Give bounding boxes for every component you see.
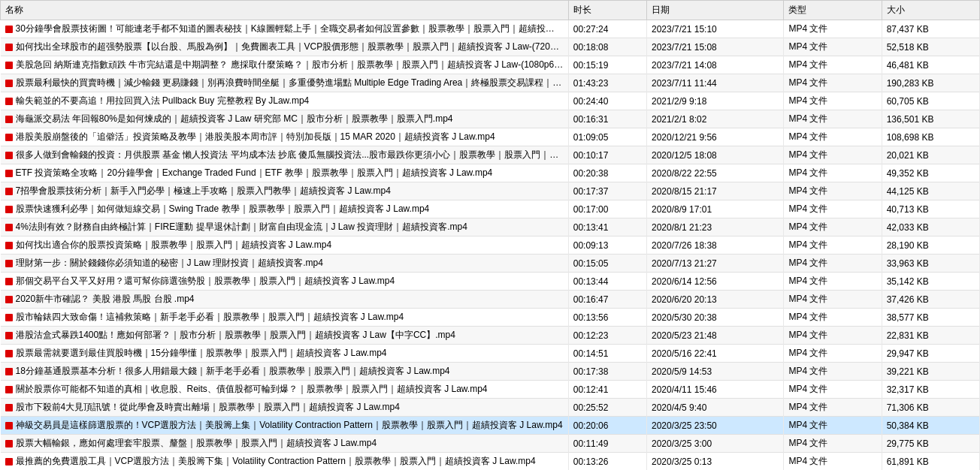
cell-type: MP4 文件	[784, 182, 882, 200]
cell-duration: 00:13:44	[568, 273, 646, 291]
cell-size: 37,426 KB	[882, 291, 979, 309]
stop-icon	[5, 278, 13, 285]
stop-icon	[5, 134, 13, 141]
table-row[interactable]: 港股沽盒式暴跌1400點！應如何部署？｜股市分析｜股票教學｜股票入門｜超績投資客…	[1, 327, 980, 345]
cell-size: 46,481 KB	[882, 56, 979, 74]
table-row[interactable]: 關於股票你可能都不知道的真相｜收息股、Reits、債值股都可輪到爆？｜股票教學｜…	[1, 381, 980, 399]
cell-type: MP4 文件	[784, 38, 882, 56]
cell-duration: 00:10:17	[568, 146, 646, 164]
table-row[interactable]: 股市輪錶四大致命傷！這補救策略｜新手老手必看｜股票教學｜股票入門｜超績投資客 J…	[1, 309, 980, 327]
table-row[interactable]: 海龜派交易法 年回報80%是如何煉成的｜超績投資客 J Law 研究部 MC｜股…	[1, 110, 980, 128]
stop-icon	[5, 440, 13, 447]
table-row[interactable]: 港股美股崩盤後的「追僻活」投資策略及教學｜港股美股本周市評｜特別加長版｜15 M…	[1, 128, 980, 146]
cell-duration: 00:13:26	[568, 453, 646, 471]
stop-icon	[5, 332, 13, 339]
cell-name: 股票快速獲利必學｜如何做短線交易｜Swing Trade 教學｜股票教學｜股票入…	[1, 200, 569, 218]
table-row[interactable]: 30分鐘學會股票技術圖！可能連老手都不知道的圖表秘技｜K線圖輕鬆上手｜全職交易者…	[1, 20, 980, 38]
stop-icon	[5, 242, 13, 249]
cell-duration: 00:11:49	[568, 435, 646, 453]
cell-name: 理財第一步：關於錢錢你必須知道的秘密｜J Law 理財投資｜超績投資客.mp4	[1, 255, 569, 273]
table-row[interactable]: 2020新牛市確認？ 美股 港股 馬股 台股 .mp400:16:472020/…	[1, 291, 980, 309]
cell-duration: 01:43:23	[568, 74, 646, 92]
cell-name: 股市輪錶四大致命傷！這補救策略｜新手老手必看｜股票教學｜股票入門｜超績投資客 J…	[1, 309, 569, 327]
table-row[interactable]: 輸失範並的不要高追！用拉回買入法 Pullback Buy 完整教程 By JL…	[1, 92, 980, 110]
table-row[interactable]: ETF 投資策略全攻略｜20分鐘學會｜Exchange Traded Fund｜…	[1, 164, 980, 182]
table-row[interactable]: 股市下殺前4大見頂訊號！從此學會及時賣出離場｜股票教學｜股票入門｜超績投資客 J…	[1, 399, 980, 417]
cell-name: 關於股票你可能都不知道的真相｜收息股、Reits、債值股都可輪到爆？｜股票教學｜…	[1, 381, 569, 399]
cell-type: MP4 文件	[784, 218, 882, 237]
cell-date: 2023/7/11 11:44	[646, 74, 783, 92]
cell-date: 2020/12/21 9:56	[646, 128, 783, 146]
table-row[interactable]: 4%法則有效？財務自由終極計算｜FIRE運動 提早退休計劃｜財富自由現金流｜J …	[1, 218, 980, 237]
table-row[interactable]: 股票快速獲利必學｜如何做短線交易｜Swing Trade 教學｜股票教學｜股票入…	[1, 200, 980, 218]
cell-duration: 00:12:23	[568, 327, 646, 345]
cell-size: 32,317 KB	[882, 381, 979, 399]
cell-duration: 00:24:40	[568, 92, 646, 110]
table-row[interactable]: 神級交易員是這樣篩選股票的！VCP選股方法｜美股籌上集｜Volatility C…	[1, 417, 980, 435]
cell-date: 2021/2/9 9:18	[646, 92, 783, 110]
cell-date: 2023/7/21 15:08	[646, 38, 783, 56]
cell-name: 如何找出適合你的股票投資策略｜股票教學｜股票入門｜超績投資客 J Law.mp4	[1, 237, 569, 255]
cell-name: 神級交易員是這樣篩選股票的！VCP選股方法｜美股籌上集｜Volatility C…	[1, 417, 569, 435]
table-row[interactable]: 理財第一步：關於錢錢你必須知道的秘密｜J Law 理財投資｜超績投資客.mp40…	[1, 255, 980, 273]
cell-type: MP4 文件	[784, 74, 882, 92]
table-row[interactable]: 7招學會股票技術分析｜新手入門必學｜極速上手攻略｜股票入門教學｜超績投資客 J …	[1, 182, 980, 200]
cell-duration: 00:13:41	[568, 218, 646, 237]
stop-icon	[5, 116, 13, 123]
cell-type: MP4 文件	[784, 273, 882, 291]
file-list-table: 名称 时长 日期 类型 大小 30分鐘學會股票技術圖！可能連老手都不知道的圖表秘…	[0, 0, 980, 470]
cell-size: 50,384 KB	[882, 417, 979, 435]
table-row[interactable]: 股票大幅輸銀，應如何處理套牢股票、釐盤｜股票教學｜股票入門｜超績投資客 J La…	[1, 435, 980, 453]
stop-icon	[5, 80, 13, 87]
cell-size: 39,221 KB	[882, 363, 979, 381]
cell-size: 40,713 KB	[882, 200, 979, 218]
cell-type: MP4 文件	[784, 146, 882, 164]
table-row[interactable]: 那個交易平台又平又好用？還可幫你篩選強勢股｜股票教學｜股票入門｜超績投資客 J …	[1, 273, 980, 291]
cell-type: MP4 文件	[784, 20, 882, 38]
table-row[interactable]: 美股急回 納斯連克指數頑跌 牛市完結還是中期調整？ 應採取什麼策略？｜股市分析｜…	[1, 56, 980, 74]
table-row[interactable]: 如何找出全球股市的超强勢股票【以台股、馬股為例】｜免費圖表工具｜VCP股價形態｜…	[1, 38, 980, 56]
table-body: 30分鐘學會股票技術圖！可能連老手都不知道的圖表秘技｜K線圖輕鬆上手｜全職交易者…	[1, 20, 980, 471]
col-header-size[interactable]: 大小	[882, 1, 979, 20]
cell-name: 最推薦的免費選股工具｜VCP選股方法｜美股籌下集｜Volatility Cont…	[1, 453, 569, 471]
cell-duration: 00:13:56	[568, 309, 646, 327]
table-row[interactable]: 如何找出適合你的股票投資策略｜股票教學｜股票入門｜超績投資客 J Law.mp4…	[1, 237, 980, 255]
cell-type: MP4 文件	[784, 453, 882, 471]
col-header-type[interactable]: 类型	[784, 1, 882, 20]
cell-name: 30分鐘學會股票技術圖！可能連老手都不知道的圖表秘技｜K線圖輕鬆上手｜全職交易者…	[1, 20, 569, 38]
cell-name: 7招學會股票技術分析｜新手入門必學｜極速上手攻略｜股票入門教學｜超績投資客 J …	[1, 182, 569, 200]
cell-name: 股票大幅輸銀，應如何處理套牢股票、釐盤｜股票教學｜股票入門｜超績投資客 J La…	[1, 435, 569, 453]
col-header-date[interactable]: 日期	[646, 1, 783, 20]
stop-icon	[5, 152, 13, 159]
table-row[interactable]: 18分鐘基通股票基本分析！很多人用錯最大錢｜新手老手必看｜股票教學｜股票入門｜超…	[1, 363, 980, 381]
cell-date: 2021/2/1 8:02	[646, 110, 783, 128]
cell-date: 2020/3/25 3:00	[646, 435, 783, 453]
cell-duration: 00:27:24	[568, 20, 646, 38]
cell-type: MP4 文件	[784, 381, 882, 399]
cell-duration: 00:16:47	[568, 291, 646, 309]
table-header: 名称 时长 日期 类型 大小	[1, 1, 980, 20]
stop-icon	[5, 386, 13, 393]
cell-size: 28,190 KB	[882, 237, 979, 255]
cell-size: 38,577 KB	[882, 309, 979, 327]
cell-size: 52,518 KB	[882, 38, 979, 56]
cell-date: 2020/5/23 21:48	[646, 327, 783, 345]
col-header-name[interactable]: 名称	[1, 1, 569, 20]
table-row[interactable]: 股票最利最快的買賣時機｜減少輸錢 更易賺錢｜別再浪費時間坐艇｜多重優勢進場點 M…	[1, 74, 980, 92]
cell-name: 股票最利最快的買賣時機｜減少輸錢 更易賺錢｜別再浪費時間坐艇｜多重優勢進場點 M…	[1, 74, 569, 92]
cell-date: 2020/8/9 17:01	[646, 200, 783, 218]
col-header-duration[interactable]: 时长	[568, 1, 646, 20]
table-row[interactable]: 最推薦的免費選股工具｜VCP選股方法｜美股籌下集｜Volatility Cont…	[1, 453, 980, 471]
cell-size: 33,963 KB	[882, 255, 979, 273]
stop-icon	[5, 188, 13, 195]
table-row[interactable]: 很多人做到會輸錢的投資：月供股票 基金 懶人投資法 平均成本法 抄底 傻瓜無腦投…	[1, 146, 980, 164]
stop-icon	[5, 44, 13, 51]
cell-duration: 00:17:00	[568, 200, 646, 218]
cell-size: 42,033 KB	[882, 218, 979, 237]
stop-icon	[5, 368, 13, 375]
stop-icon	[5, 350, 13, 357]
cell-date: 2020/12/5 18:08	[646, 146, 783, 164]
cell-size: 87,437 KB	[882, 20, 979, 38]
cell-date: 2020/4/11 15:46	[646, 381, 783, 399]
table-row[interactable]: 股票最需就要選到最佳買股時機｜15分鐘學懂｜股票教學｜股票入門｜超績投資客 J …	[1, 345, 980, 363]
